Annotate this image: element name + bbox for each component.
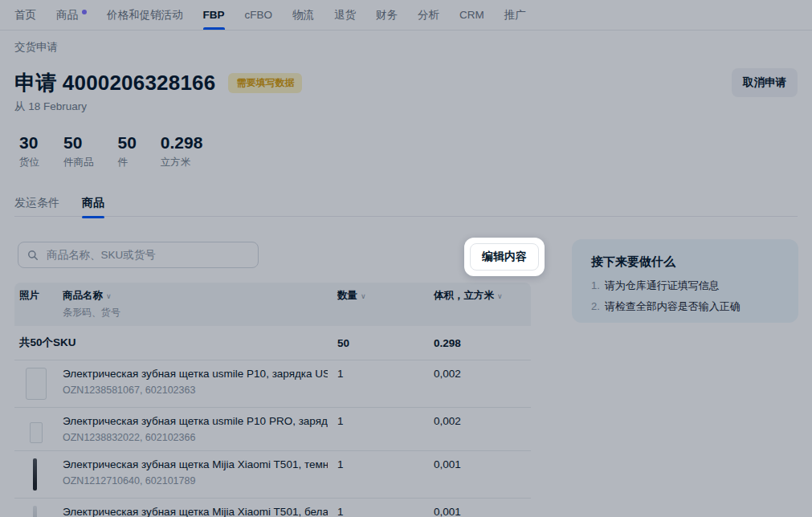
dim-overlay [0, 0, 812, 517]
edit-content-button[interactable]: 编辑内容 [470, 243, 539, 271]
edit-button-spotlight: 编辑内容 [464, 238, 545, 276]
